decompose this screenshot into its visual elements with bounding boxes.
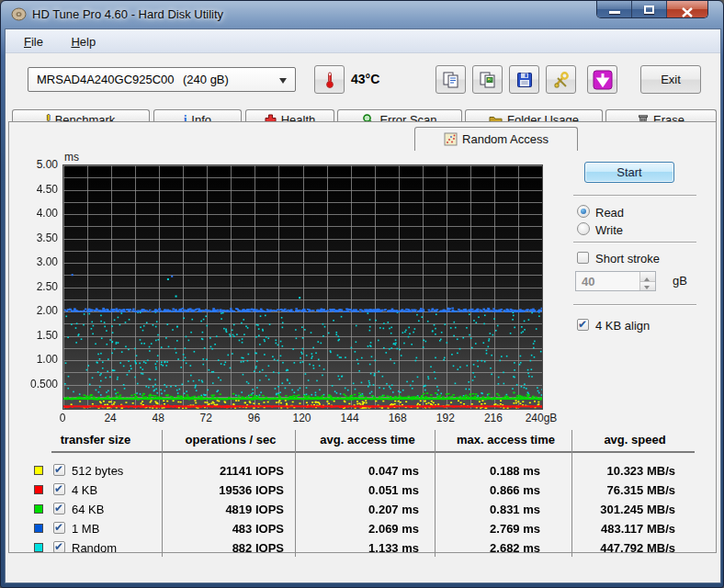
spinner-buttons (639, 272, 655, 290)
copy-image-icon (479, 71, 497, 89)
align-label: 4 KB align (595, 319, 650, 333)
menu-bar: File Help (6, 29, 720, 53)
series-label: 64 KB (72, 503, 104, 516)
series-color-swatch (34, 466, 43, 475)
y-tick-label: 1.00 (21, 353, 58, 366)
divider (573, 195, 696, 197)
avg-access-value: 0.207 ms (304, 503, 419, 516)
avg-access-value: 0.047 ms (304, 464, 419, 478)
col-header-max-access: max. access time (440, 433, 571, 447)
x-tick-label: 192 (424, 412, 467, 424)
maximize-button[interactable] (632, 1, 667, 18)
avg-speed-value: 76.315 MB/s (561, 483, 675, 497)
close-button[interactable] (667, 1, 707, 18)
minimize-button[interactable] (597, 1, 632, 18)
series-checkbox[interactable] (53, 483, 65, 495)
y-axis-unit: ms (64, 151, 79, 164)
col-header-operations: operations / sec (166, 433, 295, 447)
x-tick-label: 0 (41, 412, 84, 424)
divider (573, 242, 696, 243)
x-tick-label: 216 (472, 412, 515, 424)
start-label: Start (617, 165, 641, 179)
x-tick-label: 168 (377, 412, 419, 424)
drive-select[interactable]: MRSAD4A240GC925C00 (240 gB) (28, 67, 296, 92)
temperature-value: 43°C (351, 72, 379, 86)
arrow-down-icon (644, 286, 650, 292)
tab-label: Random Access (462, 132, 549, 146)
series-color-swatch (34, 543, 43, 552)
app-icon (11, 6, 27, 26)
ops-value: 4819 IOPS (169, 503, 284, 516)
x-tick-label: 48 (137, 412, 179, 424)
menu-file[interactable]: File (18, 33, 49, 51)
ops-value: 21141 IOPS (169, 464, 284, 478)
spinner-down-button[interactable] (640, 282, 655, 291)
write-label: Write (595, 223, 623, 237)
exit-button[interactable]: Exit (640, 65, 701, 94)
options-button[interactable] (546, 65, 576, 94)
column-divider (162, 430, 163, 557)
x-tick-label: 24 (89, 412, 131, 424)
y-tick-label: 5.00 (21, 158, 58, 171)
series-checkbox[interactable] (53, 503, 65, 514)
max-access-value: 0.866 ms (425, 483, 540, 497)
ops-value: 19536 IOPS (169, 483, 284, 497)
tab-random-access[interactable]: Random Access (414, 127, 578, 151)
short-stroke-checkbox[interactable] (577, 252, 589, 264)
y-tick-label: 2.00 (21, 304, 58, 317)
start-button[interactable]: Start (584, 162, 674, 183)
y-tick-label: 3.50 (21, 232, 58, 244)
y-tick-label: 4.50 (21, 183, 58, 196)
max-access-value: 2.682 ms (425, 541, 540, 555)
temperature-button[interactable] (314, 65, 345, 94)
avg-access-value: 2.069 ms (304, 522, 419, 536)
menu-help[interactable]: Help (65, 33, 101, 51)
series-checkbox[interactable] (53, 522, 65, 534)
app-window: HD Tune Pro 4.60 - Hard Disk Utility Fil… (0, 0, 724, 588)
avg-access-value: 0.051 ms (304, 483, 419, 497)
stroke-unit-label: gB (673, 274, 687, 288)
divider (573, 304, 696, 306)
x-tick-label: 120 (281, 412, 323, 424)
read-radio[interactable] (577, 205, 590, 218)
copy-text-button[interactable] (436, 65, 466, 94)
spinner-up-button[interactable] (640, 272, 655, 282)
series-color-swatch (34, 485, 43, 494)
series-label: 1 MB (72, 522, 99, 536)
download-icon (593, 70, 613, 90)
write-radio[interactable] (577, 222, 590, 235)
x-tick-label: 144 (329, 412, 371, 424)
align-checkbox[interactable] (577, 319, 589, 331)
series-color-swatch (34, 524, 43, 533)
avg-speed-value: 483.117 MB/s (561, 522, 675, 536)
y-tick-label: 3.00 (21, 255, 58, 268)
max-access-value: 0.188 ms (425, 464, 540, 478)
header-underline (51, 451, 695, 453)
series-checkbox[interactable] (53, 541, 65, 553)
maximize-icon (644, 6, 654, 14)
x-tick-label: 72 (185, 412, 227, 424)
series-label: 512 bytes (72, 464, 123, 478)
tools-icon (552, 71, 571, 89)
col-header-avg-speed: avg. speed (576, 433, 694, 447)
col-header-avg-access: avg. access time (300, 433, 436, 447)
title-bar[interactable]: HD Tune Pro 4.60 - Hard Disk Utility (1, 1, 723, 28)
max-access-value: 2.769 ms (425, 522, 540, 536)
drive-capacity: (240 gB) (183, 73, 229, 86)
avg-speed-value: 447.792 MB/s (561, 541, 675, 555)
read-label: Read (595, 206, 624, 220)
copy-image-button[interactable] (472, 65, 503, 94)
series-label: 4 KB (72, 483, 97, 497)
x-tick-label: 240gB (520, 412, 562, 424)
series-checkbox[interactable] (53, 464, 65, 476)
avg-speed-value: 301.245 MB/s (561, 503, 675, 516)
drive-name: MRSAD4A240GC925C00 (37, 73, 175, 86)
short-stroke-size-spinner[interactable]: 40 (575, 271, 656, 291)
minimize-icon (609, 11, 620, 14)
window-controls (596, 1, 708, 18)
save-icon (515, 71, 534, 89)
download-button[interactable] (587, 65, 617, 94)
series-label: Random (72, 541, 117, 555)
x-tick-label: 96 (232, 412, 275, 424)
save-button[interactable] (509, 65, 539, 94)
